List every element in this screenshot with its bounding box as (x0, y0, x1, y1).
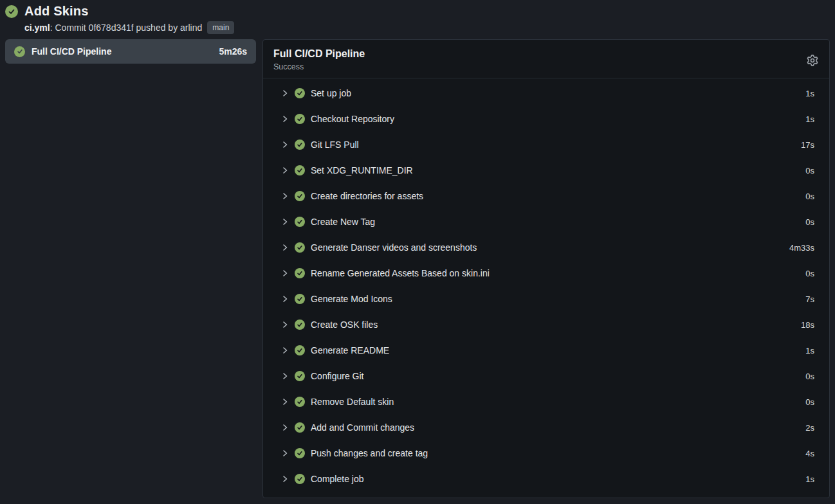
chevron-right-icon[interactable] (281, 115, 289, 123)
panel-job-status: Success (273, 62, 819, 71)
step-duration: 2s (805, 423, 814, 433)
step-duration: 4m33s (789, 243, 814, 253)
chevron-right-icon[interactable] (281, 89, 289, 97)
main-content: Full CI/CD Pipeline 5m26s Full CI/CD Pip… (0, 34, 835, 498)
job-duration: 5m26s (219, 46, 247, 57)
step-status-check-circle-icon (295, 242, 305, 253)
job-status-check-circle-icon (14, 46, 25, 57)
step-row[interactable]: Create OSK files 18s (263, 312, 829, 338)
run-subtitle: ci.yml: Commit 0f678d341f pushed by arli… (24, 21, 830, 34)
chevron-right-icon[interactable] (281, 449, 289, 457)
step-row[interactable]: Configure Git 0s (263, 363, 829, 389)
workflow-file-name: ci.yml (24, 22, 50, 33)
job-detail-panel: Full CI/CD Pipeline Success Set up job 1… (262, 39, 830, 498)
step-name: Create directories for assets (311, 191, 800, 201)
step-row[interactable]: Git LFS Pull 17s (263, 132, 829, 158)
step-row[interactable]: Complete job 1s (263, 466, 829, 492)
step-status-check-circle-icon (295, 448, 305, 458)
step-duration: 0s (805, 217, 814, 227)
step-name: Generate README (311, 345, 800, 356)
step-name: Create New Tag (311, 217, 800, 227)
step-name: Rename Generated Assets Based on skin.in… (311, 268, 800, 278)
step-status-check-circle-icon (295, 165, 305, 176)
step-duration: 1s (805, 114, 814, 124)
step-name: Complete job (311, 474, 800, 484)
panel-job-title: Full CI/CD Pipeline (273, 48, 819, 60)
chevron-right-icon[interactable] (281, 424, 289, 431)
step-duration: 17s (801, 140, 814, 150)
step-row[interactable]: Create directories for assets 0s (263, 183, 829, 209)
step-status-check-circle-icon (295, 474, 305, 484)
step-duration: 1s (805, 474, 814, 484)
step-row[interactable]: Generate Danser videos and screenshots 4… (263, 235, 829, 260)
step-status-check-circle-icon (295, 294, 305, 304)
step-duration: 0s (805, 192, 814, 201)
step-row[interactable]: Generate README 1s (263, 338, 829, 363)
sidebar-job-full-ci-cd-pipeline[interactable]: Full CI/CD Pipeline 5m26s (5, 39, 256, 64)
chevron-right-icon[interactable] (281, 398, 289, 406)
step-duration: 0s (805, 166, 814, 176)
run-header: Add Skins ci.yml: Commit 0f678d341f push… (0, 0, 835, 34)
chevron-right-icon[interactable] (281, 372, 289, 380)
step-status-check-circle-icon (295, 345, 305, 356)
step-status-check-circle-icon (295, 320, 305, 330)
step-name: Add and Commit changes (311, 422, 800, 433)
step-status-check-circle-icon (295, 88, 305, 98)
step-name: Push changes and create tag (311, 448, 800, 458)
chevron-right-icon[interactable] (281, 475, 289, 483)
commit-message: ci.yml: Commit 0f678d341f pushed by arli… (24, 22, 202, 33)
job-name: Full CI/CD Pipeline (32, 46, 212, 57)
step-duration: 18s (801, 320, 814, 330)
step-name: Set XDG_RUNTIME_DIR (311, 165, 800, 176)
step-name: Set up job (311, 88, 800, 98)
step-row[interactable]: Checkout Repository 1s (263, 106, 829, 132)
step-duration: 4s (805, 449, 814, 458)
step-row[interactable]: Generate Mod Icons 7s (263, 286, 829, 312)
step-status-check-circle-icon (295, 217, 305, 227)
chevron-right-icon[interactable] (281, 244, 289, 251)
step-row[interactable]: Set up job 1s (263, 80, 829, 106)
step-status-check-circle-icon (295, 397, 305, 407)
run-title: Add Skins (24, 4, 89, 19)
branch-badge[interactable]: main (207, 21, 234, 34)
chevron-right-icon[interactable] (281, 346, 289, 354)
step-name: Generate Mod Icons (311, 294, 800, 304)
step-duration: 7s (805, 294, 814, 304)
step-status-check-circle-icon (295, 140, 305, 150)
chevron-right-icon[interactable] (281, 141, 289, 148)
step-status-check-circle-icon (295, 371, 305, 381)
chevron-right-icon[interactable] (281, 321, 289, 328)
step-name: Generate Danser videos and screenshots (311, 242, 784, 253)
panel-header: Full CI/CD Pipeline Success (263, 40, 829, 78)
step-name: Git LFS Pull (311, 140, 795, 150)
jobs-sidebar: Full CI/CD Pipeline 5m26s (5, 39, 256, 64)
step-name: Remove Default skin (311, 397, 800, 407)
step-status-check-circle-icon (295, 191, 305, 201)
step-row[interactable]: Push changes and create tag 4s (263, 440, 829, 466)
chevron-right-icon[interactable] (281, 218, 289, 226)
step-duration: 1s (805, 89, 814, 98)
step-name: Checkout Repository (311, 114, 800, 124)
step-name: Configure Git (311, 371, 800, 381)
step-duration: 0s (805, 397, 814, 407)
run-status-check-circle-icon (5, 5, 18, 18)
chevron-right-icon[interactable] (281, 166, 289, 174)
step-status-check-circle-icon (295, 268, 305, 278)
step-row[interactable]: Rename Generated Assets Based on skin.in… (263, 260, 829, 286)
step-row[interactable]: Set XDG_RUNTIME_DIR 0s (263, 158, 829, 183)
step-duration: 1s (805, 346, 814, 356)
step-status-check-circle-icon (295, 422, 305, 433)
chevron-right-icon[interactable] (281, 295, 289, 303)
step-row[interactable]: Add and Commit changes 2s (263, 415, 829, 440)
chevron-right-icon[interactable] (281, 269, 289, 277)
step-row[interactable]: Create New Tag 0s (263, 209, 829, 235)
step-status-check-circle-icon (295, 114, 305, 124)
step-row[interactable]: Remove Default skin 0s (263, 389, 829, 415)
step-name: Create OSK files (311, 320, 795, 330)
step-duration: 0s (805, 372, 814, 381)
step-duration: 0s (805, 269, 814, 278)
steps-list: Set up job 1s Checkout Repository 1s G (263, 78, 829, 492)
chevron-right-icon[interactable] (281, 192, 289, 200)
gear-icon[interactable] (805, 53, 820, 68)
